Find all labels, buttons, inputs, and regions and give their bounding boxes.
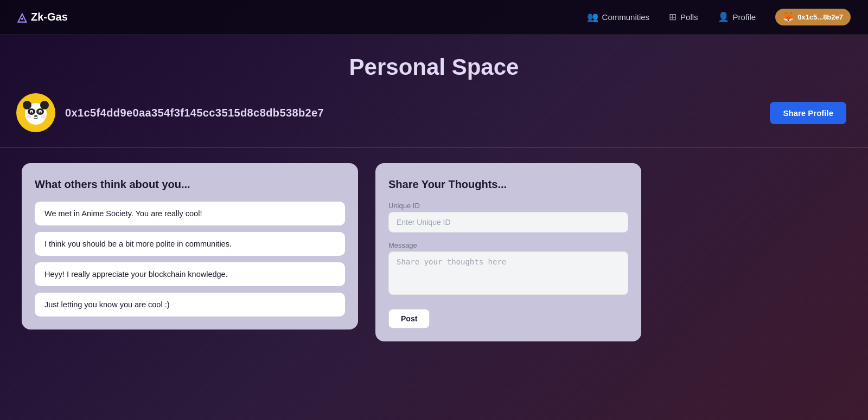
- profile-label: Profile: [733, 12, 756, 22]
- main-content: What others think about you... We met in…: [0, 163, 868, 341]
- communities-label: Communities: [602, 12, 650, 22]
- page-title: Personal Space: [0, 54, 868, 80]
- thoughts-heading: What others think about you...: [35, 178, 345, 191]
- polls-icon: ⊞: [669, 11, 676, 23]
- svg-point-7: [31, 112, 33, 113]
- unique-id-input[interactable]: [388, 212, 628, 232]
- avatar: [16, 93, 55, 132]
- panda-avatar-svg: [20, 96, 52, 129]
- thoughts-card: What others think about you... We met in…: [22, 163, 358, 329]
- message-group: Message: [388, 241, 628, 297]
- list-item: Just letting you know you are cool :): [35, 293, 345, 316]
- wallet-button[interactable]: 🦊 0x1c5...8b2e7: [775, 9, 851, 25]
- svg-point-10: [27, 115, 31, 118]
- thought-text-2: I think you should be a bit more polite …: [44, 240, 232, 248]
- profile-bar: 0x1c5f4dd9e0aa354f3f145cc3515d8c8db538b2…: [0, 93, 868, 132]
- thought-text-1: We met in Anime Society. You are really …: [44, 209, 202, 218]
- unique-id-group: Unique ID: [388, 202, 628, 232]
- svg-point-9: [34, 115, 37, 117]
- logo[interactable]: ◬ Zk-Gas: [17, 10, 68, 24]
- profile-icon: 👤: [718, 11, 729, 23]
- full-wallet-address: 0x1c5f4dd9e0aa354f3f145cc3515d8c8db538b2…: [65, 107, 324, 119]
- nav-communities[interactable]: 👥 Communities: [587, 11, 650, 23]
- profile-info: 0x1c5f4dd9e0aa354f3f145cc3515d8c8db538b2…: [16, 93, 324, 132]
- list-item: We met in Anime Society. You are really …: [35, 202, 345, 225]
- share-heading: Share Your Thoughts...: [388, 178, 628, 191]
- page-title-section: Personal Space: [0, 35, 868, 93]
- svg-point-11: [41, 115, 45, 118]
- nav-polls[interactable]: ⊞ Polls: [669, 11, 698, 23]
- svg-point-8: [40, 112, 41, 113]
- svg-point-2: [40, 101, 49, 109]
- list-item: I think you should be a bit more polite …: [35, 232, 345, 256]
- message-label: Message: [388, 241, 628, 249]
- wallet-address-short: 0x1c5...8b2e7: [797, 13, 843, 21]
- logo-text: Zk-Gas: [31, 11, 68, 23]
- share-profile-button[interactable]: Share Profile: [770, 102, 846, 124]
- unique-id-label: Unique ID: [388, 202, 628, 210]
- thought-text-4: Just letting you know you are cool :): [44, 300, 170, 309]
- nav-profile[interactable]: 👤 Profile: [718, 11, 756, 23]
- polls-label: Polls: [680, 12, 698, 22]
- communities-icon: 👥: [587, 11, 598, 23]
- thought-text-3: Heyy! I really appreciate your blockchai…: [44, 270, 228, 279]
- nav-links: 👥 Communities ⊞ Polls 👤 Profile 🦊 0x1c5.…: [587, 9, 851, 25]
- profile-divider: [0, 147, 868, 148]
- share-thoughts-card: Share Your Thoughts... Unique ID Message…: [375, 163, 641, 341]
- navbar: ◬ Zk-Gas 👥 Communities ⊞ Polls 👤 Profile…: [0, 0, 868, 35]
- list-item: Heyy! I really appreciate your blockchai…: [35, 262, 345, 286]
- metamask-icon: 🦊: [783, 12, 794, 22]
- message-textarea[interactable]: [388, 251, 628, 295]
- logo-icon: ◬: [17, 10, 27, 24]
- post-button[interactable]: Post: [388, 309, 430, 328]
- svg-point-1: [23, 101, 31, 109]
